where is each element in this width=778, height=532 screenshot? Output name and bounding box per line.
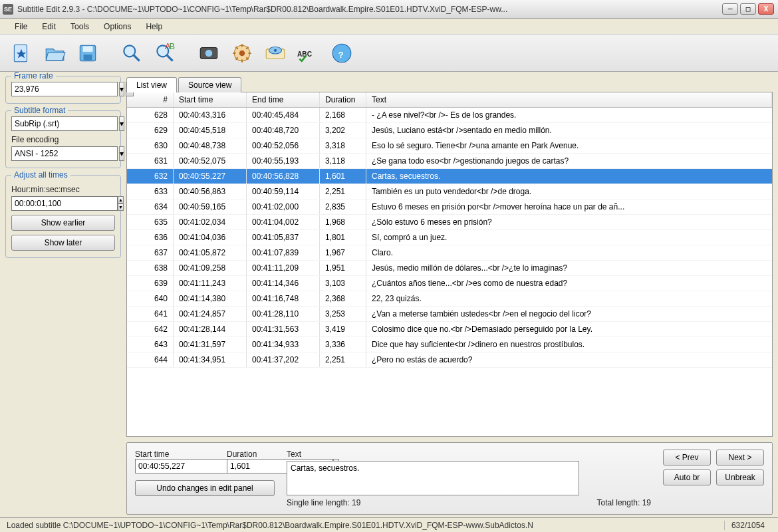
table-row[interactable]: 63900:41:11,24300:41:14,3463,103¿Cuántos… — [127, 276, 772, 291]
left-panel: Frame rate ▾ ... Subtitle format ▾ File … — [0, 72, 126, 517]
table-row[interactable]: 63800:41:09,25800:41:11,2091,951Jesús, m… — [127, 261, 772, 276]
find-replace-icon[interactable]: AB — [150, 39, 180, 68]
file-encoding-select[interactable] — [11, 146, 118, 161]
preview-icon[interactable] — [261, 39, 290, 68]
cell-duration: 3,253 — [320, 307, 366, 321]
adjust-times-group: Adjust all times Hour:min:sec:msec ▲▼ Sh… — [5, 175, 121, 258]
subtitle-format-select[interactable] — [11, 116, 118, 131]
svg-point-17 — [274, 49, 277, 51]
cell-number: 639 — [127, 276, 174, 291]
next-button[interactable]: Next > — [716, 450, 764, 466]
frame-rate-dropdown-icon[interactable]: ▾ — [119, 82, 124, 96]
cell-text: 22, 23 quizás. — [366, 291, 772, 306]
cell-duration: 2,835 — [320, 200, 366, 214]
tab-list-view[interactable]: List view — [126, 77, 177, 92]
show-later-button[interactable]: Show later — [11, 235, 115, 251]
col-end[interactable]: End time — [247, 92, 320, 107]
cell-start: 00:40:48,738 — [174, 138, 247, 153]
unbreak-button[interactable]: Unbreak — [716, 469, 764, 485]
cell-duration: 1,951 — [320, 261, 366, 275]
cell-number: 635 — [127, 215, 174, 229]
cell-duration: 3,118 — [320, 154, 366, 168]
table-row[interactable]: 63500:41:02,03400:41:04,0021,968¿Sólo es… — [127, 215, 772, 230]
cell-text: - ¿A ese nivel?<br />- Es de los grandes… — [366, 108, 772, 122]
table-row[interactable]: 64000:41:14,38000:41:16,7482,36822, 23 q… — [127, 291, 772, 307]
col-duration[interactable]: Duration — [320, 92, 366, 107]
cell-start: 00:41:11,243 — [174, 276, 247, 291]
subtitle-format-dropdown-icon[interactable]: ▾ — [119, 116, 124, 131]
subtitle-rows[interactable]: 62800:40:43,31600:40:45,4842,168- ¿A ese… — [127, 108, 772, 436]
cell-end: 00:40:45,484 — [247, 108, 320, 122]
status-message: Loaded subtitle C:\DOCUME~1\UPTODO~1\CON… — [7, 521, 724, 530]
toolbar: AB ABC ? — [0, 35, 778, 72]
spellcheck-icon[interactable]: ABC — [294, 39, 323, 68]
menu-options[interactable]: Options — [97, 20, 138, 33]
cell-duration: 3,336 — [320, 337, 366, 352]
table-row[interactable]: 63400:40:59,16500:41:02,0002,835Estuvo 6… — [127, 200, 772, 215]
menu-help[interactable]: Help — [139, 20, 169, 33]
svg-rect-3 — [83, 46, 93, 52]
edit-text-input[interactable] — [287, 461, 579, 495]
cell-end: 00:40:48,720 — [247, 123, 320, 138]
save-file-icon[interactable] — [73, 39, 102, 68]
autobr-button[interactable]: Auto br — [663, 469, 711, 485]
table-row[interactable]: 63100:40:52,07500:40:55,1933,118¿Se gana… — [127, 154, 772, 169]
adjust-spin-up-icon[interactable]: ▲ — [118, 196, 124, 203]
find-icon[interactable] — [117, 39, 146, 68]
table-row[interactable]: 64400:41:34,95100:41:37,2022,251¿Pero no… — [127, 352, 772, 368]
cell-duration: 1,801 — [320, 230, 366, 245]
edit-duration-label: Duration — [227, 450, 257, 459]
undo-edit-button[interactable]: Undo changes in edit panel — [135, 480, 275, 496]
show-earlier-button[interactable]: Show earlier — [11, 215, 115, 231]
adjust-times-label: Hour:min:sec:msec — [11, 185, 115, 194]
cell-start: 00:40:52,075 — [174, 154, 247, 168]
tab-source-view[interactable]: Source view — [178, 77, 241, 92]
prev-button[interactable]: < Prev — [663, 450, 711, 466]
col-number[interactable]: # — [127, 92, 174, 107]
cell-end: 00:40:56,828 — [247, 169, 320, 184]
table-row[interactable]: 63700:41:05,87200:41:07,8391,967Claro. — [127, 245, 772, 261]
table-row[interactable]: 64300:41:31,59700:41:34,9333,336Dice que… — [127, 337, 772, 352]
table-row[interactable]: 63000:40:48,73800:40:52,0563,318Eso lo s… — [127, 138, 772, 154]
cell-number: 634 — [127, 200, 174, 214]
table-row[interactable]: 63600:41:04,03600:41:05,8371,801Sí, comp… — [127, 230, 772, 245]
col-start[interactable]: Start time — [174, 92, 247, 107]
settings-icon[interactable] — [227, 39, 257, 68]
file-encoding-dropdown-icon[interactable]: ▾ — [119, 146, 124, 161]
maximize-button[interactable]: □ — [740, 3, 756, 15]
table-row[interactable]: 62900:40:45,51800:40:48,7203,202Jesús, L… — [127, 123, 772, 138]
cell-start: 00:41:24,857 — [174, 307, 247, 321]
table-row[interactable]: 63200:40:55,22700:40:56,8281,601Cartas, … — [127, 169, 772, 184]
menu-tools[interactable]: Tools — [64, 20, 96, 33]
table-row[interactable]: 63300:40:56,86300:40:59,1142,251También … — [127, 184, 772, 200]
cell-start: 00:40:56,863 — [174, 184, 247, 199]
svg-rect-4 — [84, 55, 92, 61]
open-file-icon[interactable] — [40, 39, 69, 68]
adjust-time-input[interactable] — [11, 196, 118, 211]
cell-text: Dice que hay suficiente<br />dinero en n… — [366, 337, 772, 352]
total-length: Total length: 19 — [597, 498, 651, 507]
table-row[interactable]: 62800:40:43,31600:40:45,4842,168- ¿A ese… — [127, 108, 772, 123]
minimize-button[interactable]: ─ — [722, 3, 738, 15]
close-button[interactable]: X — [758, 3, 774, 15]
menu-file[interactable]: File — [8, 20, 34, 33]
cell-end: 00:41:02,000 — [247, 200, 320, 214]
cell-number: 629 — [127, 123, 174, 138]
table-row[interactable]: 64200:41:28,14400:41:31,5633,419Colosimo… — [127, 322, 772, 337]
help-icon[interactable]: ? — [327, 39, 356, 68]
new-file-icon[interactable] — [7, 39, 36, 68]
col-text[interactable]: Text — [366, 92, 772, 107]
frame-rate-legend: Frame rate — [11, 72, 56, 80]
edit-start-input[interactable] — [135, 459, 241, 473]
subtitle-format-group: Subtitle format ▾ File encoding ▾ — [5, 110, 121, 168]
menu-edit[interactable]: Edit — [35, 20, 63, 33]
table-row[interactable]: 64100:41:24,85700:41:28,1103,253¿Van a m… — [127, 307, 772, 322]
edit-start-label: Start time — [135, 450, 169, 459]
frame-rate-input[interactable] — [11, 82, 118, 96]
visual-sync-icon[interactable] — [194, 39, 223, 68]
cell-start: 00:41:31,597 — [174, 337, 247, 352]
cell-end: 00:41:07,839 — [247, 245, 320, 260]
adjust-spin-down-icon[interactable]: ▼ — [118, 203, 124, 211]
cell-duration: 3,419 — [320, 322, 366, 336]
cell-duration: 1,967 — [320, 245, 366, 260]
